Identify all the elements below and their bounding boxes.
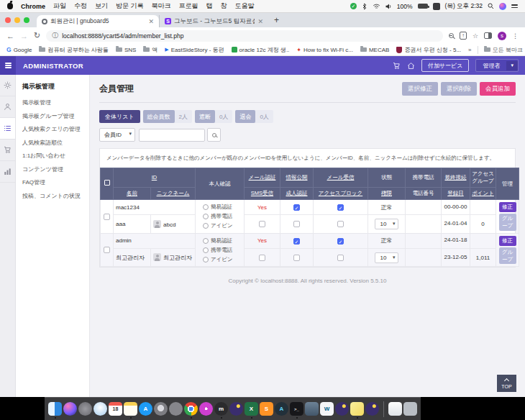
col-info-open[interactable]: 情報公開 [280,168,314,188]
sidebar-item-board-group[interactable]: 掲示板グループ管理 [22,110,83,124]
col-mail-recv[interactable]: メール受信 [314,168,368,188]
safari-icon[interactable] [93,402,107,416]
verify-option-phone[interactable]: 携帯電話 [203,247,232,254]
chrome-icon[interactable] [184,402,198,416]
side-panel-icon[interactable] [484,32,492,39]
server-app-icon[interactable] [305,402,319,416]
adult-cert-checkbox[interactable] [293,255,300,261]
menu-edit[interactable]: 수정 [74,1,87,11]
launchpad-icon[interactable] [78,402,92,416]
sidebar-toggle-button[interactable] [0,56,16,75]
spotlight-icon[interactable] [488,3,494,9]
new-tab-button[interactable]: + [274,15,279,25]
sidebar-item-board-admin[interactable]: 掲示板管理 [22,96,83,110]
sidebar-item-qna[interactable]: 1:1お問い合わせ [22,150,83,163]
home-icon[interactable] [407,62,415,70]
siri-icon[interactable] [499,3,506,10]
all-bookmarks-button[interactable]: 모든 북마크 [484,46,523,54]
verify-option-ipin[interactable]: アイピン [203,256,233,263]
col-sms[interactable]: SMS受信 [245,188,280,200]
eclipse-3-icon[interactable] [365,402,379,416]
bookmark-folder-study[interactable]: 컴퓨터 공부하는 사람들 [39,46,108,54]
minimize-window-button[interactable] [14,17,20,23]
zoom-out-icon[interactable] [449,33,454,38]
menu-file[interactable]: 파일 [53,1,66,11]
select-edit-button[interactable]: 選択修正 [402,82,438,96]
col-point[interactable]: ポイント [470,188,496,200]
bookmark-folder-mecab[interactable]: MECAB [360,47,389,53]
basket-icon[interactable] [393,62,401,70]
excel-icon[interactable]: X [245,402,258,416]
tab-gnuboard-site[interactable]: S 그누보드 - 그누보드5 팁자료실 글쓰 ✕ [159,15,268,27]
profile-avatar[interactable]: s [498,32,506,40]
search-button[interactable] [207,128,221,142]
apple-menu-icon[interactable] [7,3,13,9]
app-store-icon[interactable]: A [139,402,152,416]
bookmark-eastsidestory[interactable]: ▶EastSideStory - 동편 [165,46,224,54]
edit-member-button[interactable]: 修正 [499,202,516,212]
browser-menu-icon[interactable]: ⋮ [512,32,519,40]
admin-role-dropdown[interactable]: 管理者 ▾ [475,59,519,72]
scroll-top-button[interactable]: TOP [497,375,516,392]
address-bar[interactable]: ⓘ localhost:8888/ycart54/adm/member_list… [46,30,443,42]
col-nickname[interactable]: ニックネーム [151,188,196,200]
filter-all-button[interactable]: 全体リスト [99,110,140,123]
bookmark-oracle[interactable]: oracle 12c 계정 생.. [232,46,290,54]
verify-option-simple[interactable]: 簡易認証 [203,204,232,211]
menu-view[interactable]: 보기 [95,1,108,11]
flower-app-icon[interactable] [199,402,213,416]
downloads-icon[interactable] [388,402,402,416]
row-select-checkbox[interactable] [104,214,110,220]
notes-icon[interactable] [124,402,137,416]
access-block-checkbox[interactable] [337,221,344,227]
admin-brand[interactable]: ADMINISTRATOR [23,62,92,70]
maximize-window-button[interactable] [24,17,29,23]
col-id[interactable]: ID [114,168,196,188]
verify-option-simple[interactable]: 簡易認証 [203,237,232,245]
col-block[interactable]: アクセスブロック [314,188,368,200]
calendar-icon[interactable]: 18 [109,402,122,416]
eclipse-icon[interactable] [229,402,243,416]
input-source-icon[interactable] [433,3,440,10]
mail-receive-checkbox[interactable] [337,204,344,211]
bookmark-folder-sns[interactable]: SNS [116,47,136,53]
info-open-checkbox[interactable] [293,204,300,211]
filter-blocked[interactable]: 遮断 0人 [195,110,232,123]
search-input[interactable] [139,129,205,142]
sidebar-item-content[interactable]: コンテンツ管理 [22,163,83,177]
bookmark-google[interactable]: GGoogle [6,46,32,53]
rail-shop[interactable] [0,140,15,161]
menu-window[interactable]: 창 [221,1,227,11]
sublime-text-icon[interactable]: S [260,402,273,416]
wifi-icon[interactable] [373,4,380,9]
menu-help[interactable]: 도움말 [235,1,255,11]
battery-icon[interactable] [418,4,428,9]
control-center-icon[interactable] [511,4,518,8]
access-block-checkbox[interactable] [337,255,344,261]
col-mail-cert[interactable]: メール認証 [245,168,280,188]
mail-receive-checkbox[interactable] [337,238,344,245]
sidebar-item-popular-query[interactable]: 人気検索クエリの管理 [22,123,83,137]
bluetooth-icon[interactable] [362,3,368,10]
share-icon[interactable]: ↑ [460,32,467,40]
rail-members[interactable] [0,96,15,118]
back-button[interactable]: ← [6,32,14,40]
group-member-button[interactable]: グループ [499,247,516,265]
trash-icon[interactable] [403,402,417,416]
stickies-icon[interactable] [350,402,364,416]
select-delete-button[interactable]: 選択削除 [441,82,477,96]
menu-tab[interactable]: 탭 [206,1,213,11]
level-select[interactable]: 10 [375,219,399,229]
bookmarks-overflow-chevron[interactable]: » [468,47,471,53]
group-member-button[interactable]: グループ [499,214,516,231]
verify-option-ipin[interactable]: アイピン [203,222,233,229]
close-window-button[interactable] [5,17,11,23]
sms-receive-checkbox[interactable] [259,221,265,227]
info-open-checkbox[interactable] [293,238,300,245]
rail-settings[interactable] [0,75,15,96]
rail-statistics[interactable] [0,161,15,183]
row-select-checkbox[interactable] [104,247,110,253]
col-name[interactable]: 名前 [114,188,151,200]
android-studio-icon[interactable]: A [275,402,288,416]
verify-option-phone[interactable]: 携帯電話 [203,213,232,220]
